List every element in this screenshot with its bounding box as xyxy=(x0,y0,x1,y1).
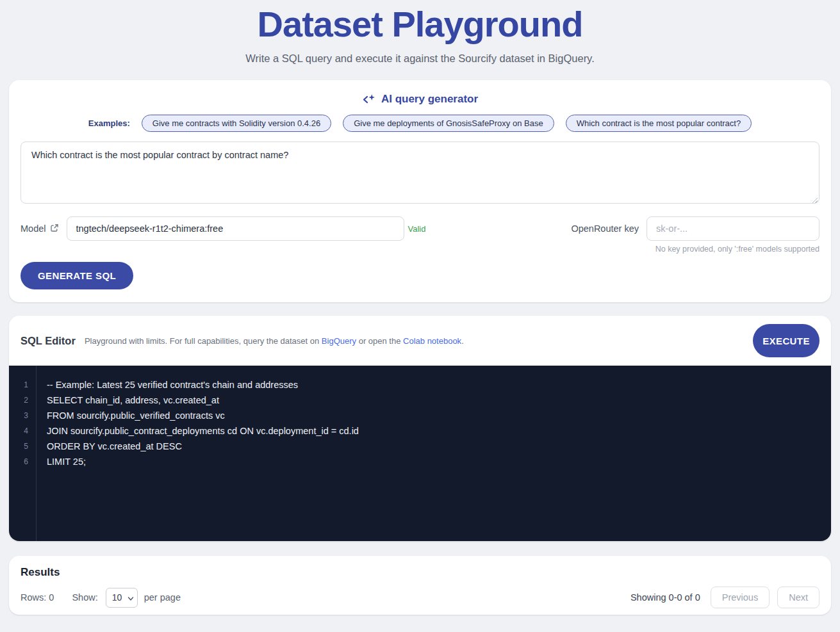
code-line: SELECT chain_id, address, vc.created_at xyxy=(47,393,831,408)
sql-editor-card: SQL Editor Playground with limits. For f… xyxy=(9,316,831,541)
show-label: Show: xyxy=(72,592,97,603)
results-controls-row: Rows: 0 Show: 10 per page Showing 0-0 of… xyxy=(21,587,819,608)
code-line: FROM sourcify.public_verified_contracts … xyxy=(47,408,831,423)
code-editor: 1 2 3 4 5 6 -- Example: Latest 25 verifi… xyxy=(9,366,831,541)
example-pill-popular-contract[interactable]: Which contract is the most popular contr… xyxy=(566,115,752,132)
line-number: 4 xyxy=(9,423,36,439)
description-prefix: Playground with limits. For full capabil… xyxy=(85,336,322,346)
examples-row: Examples: Give me contracts with Solidit… xyxy=(21,115,819,132)
generate-sql-button[interactable]: GENERATE SQL xyxy=(21,262,133,289)
sql-editor-title: SQL Editor xyxy=(21,335,76,347)
line-number: 6 xyxy=(9,454,36,469)
key-hint: No key provided, only ':free' models sup… xyxy=(21,245,819,254)
model-label-text: Model xyxy=(21,223,46,234)
page-size-select[interactable]: 10 xyxy=(106,588,138,608)
execute-button[interactable]: EXECUTE xyxy=(753,324,819,357)
model-input[interactable] xyxy=(67,216,404,241)
per-page-label: per page xyxy=(144,592,181,603)
examples-label: Examples: xyxy=(88,118,130,128)
line-number-gutter: 1 2 3 4 5 6 xyxy=(9,366,37,541)
page-title: Dataset Playground xyxy=(0,4,840,45)
prompt-wrap: Which contract is the most popular contr… xyxy=(21,142,819,206)
line-number: 2 xyxy=(9,393,36,408)
code-line: JOIN sourcify.public_contract_deployment… xyxy=(47,423,831,439)
code-line: -- Example: Latest 25 verified contract'… xyxy=(47,377,831,393)
previous-page-button[interactable]: Previous xyxy=(711,587,770,608)
code-input-area[interactable]: -- Example: Latest 25 verified contract'… xyxy=(37,366,831,541)
line-number: 5 xyxy=(9,439,36,454)
description-middle: or open the xyxy=(356,336,403,346)
model-row: Model Valid OpenRouter key xyxy=(21,216,819,241)
prompt-textarea[interactable]: Which contract is the most popular contr… xyxy=(21,142,819,204)
ai-query-generator-header: AI query generator xyxy=(21,93,819,106)
results-card: Results Rows: 0 Show: 10 per page Showin… xyxy=(9,556,831,615)
page-size-select-wrap: 10 xyxy=(106,588,138,608)
page: Dataset Playground Write a SQL query and… xyxy=(0,0,840,615)
line-number: 1 xyxy=(9,377,36,393)
bigquery-link[interactable]: BigQuery xyxy=(322,336,356,346)
code-sparkle-icon xyxy=(362,93,376,106)
colab-notebook-link[interactable]: Colab notebook xyxy=(403,336,461,346)
page-subtitle: Write a SQL query and execute it against… xyxy=(0,53,840,65)
openrouter-key-label: OpenRouter key xyxy=(571,223,639,234)
line-number: 3 xyxy=(9,408,36,423)
rows-count: Rows: 0 xyxy=(21,592,54,603)
ai-query-generator-title: AI query generator xyxy=(381,93,478,106)
code-line: ORDER BY vc.created_at DESC xyxy=(47,439,831,454)
ai-query-generator-card: AI query generator Examples: Give me con… xyxy=(9,80,831,302)
results-title: Results xyxy=(21,566,819,579)
external-link-icon[interactable] xyxy=(50,223,59,234)
model-status: Valid xyxy=(408,224,426,234)
showing-range: Showing 0-0 of 0 xyxy=(630,592,700,603)
example-pill-gnosissafeproxy[interactable]: Give me deployments of GnosisSafeProxy o… xyxy=(343,115,554,132)
description-suffix: . xyxy=(461,336,464,346)
example-pill-solidity-version[interactable]: Give me contracts with Solidity version … xyxy=(142,115,331,132)
sql-editor-header: SQL Editor Playground with limits. For f… xyxy=(9,316,831,366)
sql-editor-description: Playground with limits. For full capabil… xyxy=(85,336,464,346)
openrouter-key-input[interactable] xyxy=(646,216,819,241)
next-page-button[interactable]: Next xyxy=(777,587,819,608)
code-line: LIMIT 25; xyxy=(47,454,831,469)
model-label: Model xyxy=(21,223,59,234)
